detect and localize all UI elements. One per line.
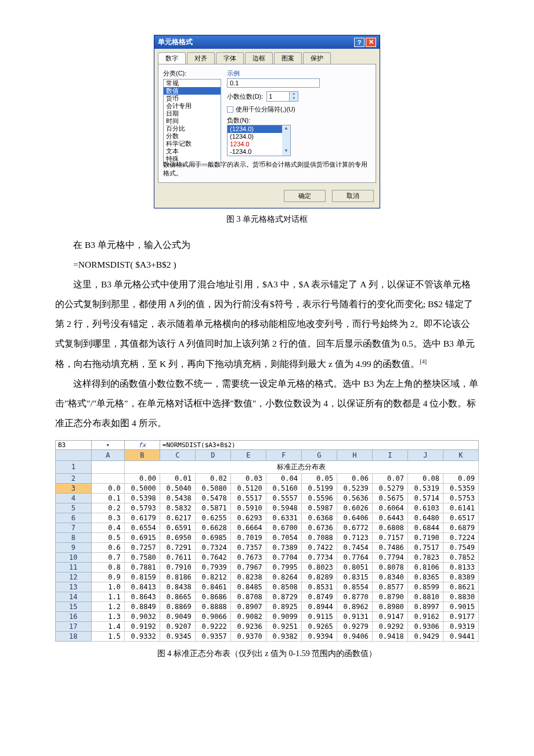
column-header[interactable]: G xyxy=(301,449,337,460)
column-header[interactable]: E xyxy=(230,449,266,460)
row-header[interactable]: 2 xyxy=(56,473,92,483)
cell[interactable]: 0.7291 xyxy=(160,542,195,552)
cell[interactable]: 0.8133 xyxy=(443,562,478,572)
cell[interactable]: 0.6808 xyxy=(372,523,407,532)
decimal-places-spinner[interactable]: ▲ ▼ xyxy=(266,91,298,102)
cell[interactable]: 0.9082 xyxy=(230,611,266,621)
cell[interactable]: 0.7224 xyxy=(443,532,478,542)
cell[interactable]: 0.5517 xyxy=(230,493,266,503)
cell[interactable]: 0.8686 xyxy=(195,592,230,602)
cell[interactable]: 0.5 xyxy=(91,532,124,542)
cell[interactable]: 0.5948 xyxy=(266,503,301,513)
close-button[interactable]: ✕ xyxy=(366,38,376,47)
cell[interactable]: 1.5 xyxy=(91,631,124,641)
cell[interactable]: 0.7764 xyxy=(337,552,372,562)
row-header[interactable]: 11 xyxy=(56,562,92,572)
cell[interactable]: 0.7454 xyxy=(337,542,372,552)
cell[interactable]: 0.7939 xyxy=(195,562,230,572)
tab-0[interactable]: 数字 xyxy=(158,52,186,64)
cell[interactable]: 0.7019 xyxy=(230,532,266,542)
negative-item[interactable]: (1234.0) xyxy=(228,125,290,133)
row-header[interactable]: 9 xyxy=(56,542,92,552)
cell[interactable]: 0.8849 xyxy=(124,602,160,611)
cell[interactable]: 0.8051 xyxy=(337,562,372,572)
cell[interactable]: 0.8944 xyxy=(301,602,337,611)
cell[interactable]: 0.8508 xyxy=(266,582,301,592)
cell[interactable]: 0.9370 xyxy=(230,631,266,641)
cell[interactable]: 0.5359 xyxy=(443,483,478,493)
cell[interactable]: 0.5557 xyxy=(266,493,301,503)
cell[interactable]: 0.5000 xyxy=(124,483,160,493)
row-header[interactable]: 16 xyxy=(56,611,92,621)
cell[interactable]: 0.8365 xyxy=(407,572,443,582)
cell[interactable]: 0.8888 xyxy=(195,602,230,611)
cell[interactable]: 0.5910 xyxy=(230,503,266,513)
cell[interactable]: 0.9345 xyxy=(160,631,195,641)
column-header[interactable]: D xyxy=(195,449,230,460)
cell[interactable]: 0.04 xyxy=(266,473,301,483)
cell[interactable]: 0.8413 xyxy=(124,582,160,592)
cell[interactable]: 0.6406 xyxy=(337,513,372,523)
cell[interactable]: 0.9115 xyxy=(301,611,337,621)
cell[interactable]: 0.7422 xyxy=(301,542,337,552)
cell[interactable]: 0.8461 xyxy=(195,582,230,592)
spinner-up-icon[interactable]: ▲ xyxy=(290,92,298,96)
cell[interactable]: 0.7580 xyxy=(124,552,160,562)
cell[interactable]: 0.7967 xyxy=(230,562,266,572)
cell[interactable]: 0.9222 xyxy=(195,621,230,631)
cell[interactable]: 0.9279 xyxy=(337,621,372,631)
cell[interactable]: 0.5438 xyxy=(160,493,195,503)
cell[interactable]: 0.5160 xyxy=(266,483,301,493)
row-header[interactable]: 10 xyxy=(56,552,92,562)
cell[interactable]: 0.5714 xyxy=(407,493,443,503)
cell[interactable]: 0.9032 xyxy=(124,611,160,621)
cell[interactable]: 0.8554 xyxy=(337,582,372,592)
cell[interactable]: 0.9 xyxy=(91,572,124,582)
cell[interactable]: 0.6517 xyxy=(443,513,478,523)
cell[interactable]: 0.5398 xyxy=(124,493,160,503)
cell[interactable]: 0.8023 xyxy=(301,562,337,572)
column-header[interactable]: B xyxy=(124,449,160,460)
cell[interactable]: 0.9441 xyxy=(443,631,478,641)
cell[interactable]: 0.7257 xyxy=(124,542,160,552)
tab-1[interactable]: 对齐 xyxy=(187,52,215,64)
thousand-separator-checkbox[interactable] xyxy=(227,106,233,113)
column-header[interactable]: K xyxy=(443,449,478,460)
cell[interactable]: 0.9418 xyxy=(372,631,407,641)
cell[interactable]: 0.8485 xyxy=(230,582,266,592)
cell[interactable]: 0.9319 xyxy=(443,621,478,631)
cell[interactable]: 0.8790 xyxy=(372,592,407,602)
cell[interactable]: 0.9131 xyxy=(337,611,372,621)
column-header[interactable]: I xyxy=(372,449,407,460)
cell[interactable]: 0.6844 xyxy=(407,523,443,532)
cell[interactable]: 0.6591 xyxy=(160,523,195,532)
cell[interactable]: 0.5753 xyxy=(443,493,478,503)
negative-item[interactable]: 1234.0 xyxy=(228,141,290,148)
cell[interactable]: 0.9357 xyxy=(195,631,230,641)
category-listbox[interactable]: 常规数值货币会计专用日期时间百分比分数科学记数文本特殊自定义 xyxy=(163,79,221,166)
cell[interactable]: 0.1 xyxy=(91,493,124,503)
cell[interactable]: 0.08 xyxy=(407,473,443,483)
cell[interactable]: 0.5871 xyxy=(195,503,230,513)
cell[interactable]: 0.8106 xyxy=(407,562,443,572)
cell[interactable]: 0.7324 xyxy=(195,542,230,552)
cell[interactable]: 0.06 xyxy=(337,473,372,483)
cell[interactable]: 0.5832 xyxy=(160,503,195,513)
spinner-down-icon[interactable]: ▼ xyxy=(290,96,298,101)
row-header[interactable]: 17 xyxy=(56,621,92,631)
cell[interactable]: 0.8810 xyxy=(407,592,443,602)
cell[interactable]: 0.8643 xyxy=(124,592,160,602)
ok-button[interactable]: 确定 xyxy=(284,190,326,202)
scroll-up-icon[interactable]: ▲ xyxy=(282,125,290,133)
cell[interactable]: 0.6 xyxy=(91,542,124,552)
negative-item[interactable]: (1234.0) xyxy=(228,133,290,141)
cell[interactable]: 0.7389 xyxy=(266,542,301,552)
cell[interactable]: 0.8238 xyxy=(230,572,266,582)
cell[interactable]: 0.6255 xyxy=(195,513,230,523)
cell[interactable]: 0.6480 xyxy=(407,513,443,523)
column-header[interactable]: A xyxy=(91,449,124,460)
cell[interactable]: 0.9049 xyxy=(160,611,195,621)
cell[interactable]: 0.9236 xyxy=(230,621,266,631)
cell[interactable]: 0.5675 xyxy=(372,493,407,503)
cell[interactable]: 0.6368 xyxy=(301,513,337,523)
